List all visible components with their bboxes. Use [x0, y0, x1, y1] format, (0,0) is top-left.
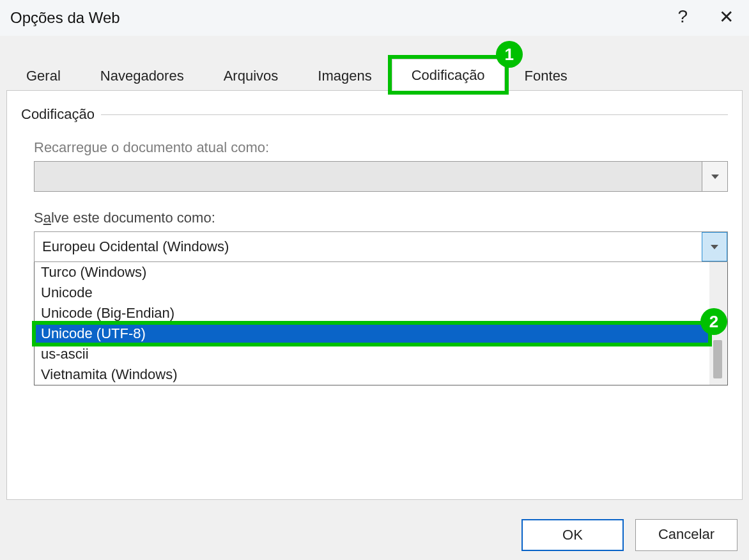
ok-button[interactable]: OK: [521, 519, 624, 551]
dialog-body: Geral Navegadores Arquivos Imagens Codif…: [0, 55, 749, 500]
save-label: Salve este documento como:: [34, 210, 728, 226]
save-dropdown-list: Turco (Windows)UnicodeUnicode (Big-Endia…: [35, 262, 709, 385]
tab-codificacao[interactable]: Codificação: [392, 59, 505, 91]
tab-fontes[interactable]: Fontes: [505, 59, 587, 91]
group-header: Codificação: [21, 106, 728, 123]
save-option[interactable]: us-ascii: [35, 344, 709, 364]
close-icon[interactable]: ✕: [719, 6, 734, 27]
save-combo-button[interactable]: [702, 232, 727, 261]
group-title: Codificação: [21, 106, 95, 123]
save-combo[interactable]: Europeu Ocidental (Windows): [34, 231, 728, 262]
reload-combo-button[interactable]: [702, 162, 727, 191]
tab-imagens[interactable]: Imagens: [298, 59, 391, 91]
tab-arquivos[interactable]: Arquivos: [204, 59, 298, 91]
save-combo-text: Europeu Ocidental (Windows): [35, 232, 702, 261]
help-icon[interactable]: ?: [677, 6, 688, 27]
encoding-panel: Codificação Recarregue o documento atual…: [6, 91, 743, 500]
reload-label: Recarregue o documento atual como:: [34, 139, 728, 156]
tabstrip: Geral Navegadores Arquivos Imagens Codif…: [6, 55, 743, 91]
window-title: Opções da Web: [10, 9, 120, 27]
save-field: Salve este documento como: Europeu Ocide…: [34, 210, 728, 385]
save-option[interactable]: Unicode: [35, 283, 709, 303]
save-dropdown-scrollbar[interactable]: [709, 262, 727, 385]
group-divider: [101, 114, 728, 115]
save-dropdown: Turco (Windows)UnicodeUnicode (Big-Endia…: [34, 262, 728, 385]
chevron-down-icon: [711, 175, 719, 179]
cancel-button[interactable]: Cancelar: [635, 519, 737, 551]
save-label-suffix: lve este documento como:: [51, 210, 215, 226]
save-option[interactable]: Unicode (Big-Endian): [35, 303, 709, 323]
save-label-accel: a: [43, 210, 51, 226]
tab-navegadores[interactable]: Navegadores: [81, 59, 204, 91]
reload-field: Recarregue o documento atual como:: [34, 139, 728, 192]
scrollbar-thumb[interactable]: [713, 340, 722, 378]
save-option[interactable]: Unicode (UTF-8): [35, 323, 709, 344]
chevron-down-icon: [711, 245, 718, 249]
save-label-prefix: S: [34, 210, 43, 226]
reload-combo-text: [35, 162, 702, 191]
save-option[interactable]: Vietnamita (Windows): [35, 364, 709, 385]
reload-combo[interactable]: [34, 161, 728, 192]
dialog-footer: OK Cancelar: [521, 519, 737, 551]
titlebar: Opções da Web ? ✕: [0, 0, 749, 36]
save-option[interactable]: Turco (Windows): [35, 262, 709, 283]
tab-geral[interactable]: Geral: [6, 59, 81, 91]
